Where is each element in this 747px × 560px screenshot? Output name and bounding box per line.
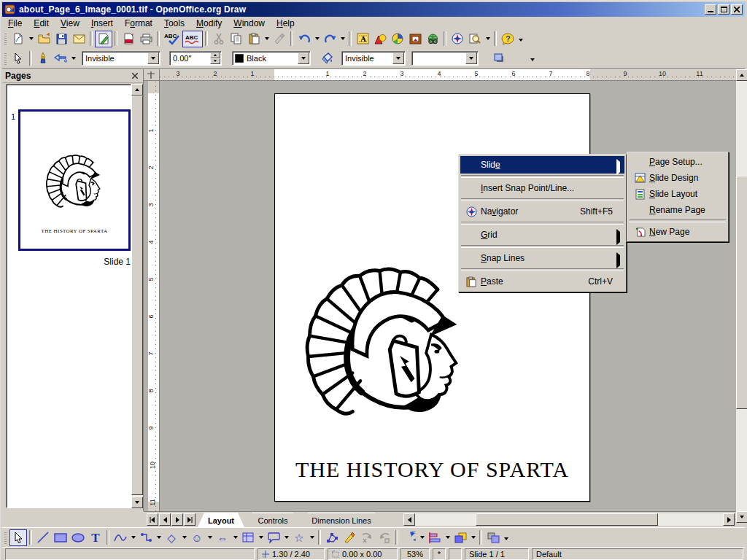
block-arrows-tool[interactable]: ⇔ — [214, 529, 231, 546]
stars-tool[interactable]: ☆ — [290, 529, 308, 546]
close-button[interactable] — [731, 4, 743, 15]
fill-style-combo[interactable]: Invisible — [341, 51, 406, 66]
drawing-viewport[interactable]: THE HISTORY OF SPARTA — [160, 81, 736, 511]
context-menu-item-grid[interactable]: Grid — [460, 226, 624, 244]
interaction-tool[interactable] — [376, 529, 393, 546]
new-document-dropdown[interactable] — [27, 31, 35, 47]
open-button[interactable] — [35, 31, 53, 47]
format-paintbrush-button[interactable] — [271, 31, 288, 47]
submenu-item-rename-page[interactable]: Rename Page — [629, 202, 727, 218]
submenu-item-slide-design[interactable]: Slide Design — [629, 170, 727, 186]
connector-tool[interactable] — [137, 529, 155, 546]
combo-dropdown-button[interactable] — [392, 52, 404, 64]
menu-help[interactable]: Help — [271, 18, 301, 29]
callouts-dropdown[interactable] — [282, 529, 290, 546]
text-tool[interactable]: T — [87, 529, 104, 546]
toolbar-grip[interactable] — [4, 531, 7, 544]
navigator-button[interactable] — [449, 31, 466, 47]
insert-chart-button[interactable] — [389, 31, 406, 47]
line-style-combo[interactable]: Invisible — [82, 51, 160, 66]
select-tool[interactable] — [9, 529, 27, 546]
zoom-button[interactable] — [466, 31, 484, 47]
stars-dropdown[interactable] — [308, 529, 316, 546]
area-fill-button[interactable] — [318, 50, 336, 66]
submenu-item-slide-layout[interactable]: Slide Layout — [629, 186, 727, 202]
rotate-dropdown[interactable] — [418, 529, 426, 546]
vertical-ruler[interactable]: 1 2 3 4 5 6 7 8 9 10 11 — [148, 81, 160, 511]
scroll-thumb[interactable] — [736, 176, 747, 409]
alignment-dropdown[interactable] — [444, 529, 452, 546]
save-button[interactable] — [53, 31, 70, 47]
callouts-tool[interactable] — [265, 529, 282, 546]
effects-tool[interactable] — [358, 529, 376, 546]
flowchart-dropdown[interactable] — [257, 529, 265, 546]
spellcheck-button[interactable]: ABC — [162, 31, 182, 47]
menu-edit[interactable]: Edit — [28, 18, 55, 29]
undo-dropdown[interactable] — [313, 31, 321, 47]
hscroll-thumb[interactable] — [476, 513, 658, 526]
print-button[interactable] — [137, 31, 155, 47]
line-tool[interactable] — [34, 529, 52, 546]
spartan-image[interactable] — [295, 228, 467, 417]
rotate-tool[interactable] — [400, 529, 418, 546]
new-document-button[interactable] — [9, 31, 27, 47]
context-menu-item-slide[interactable]: Slide — [460, 156, 624, 174]
toolbar-grip[interactable] — [4, 32, 7, 45]
scroll-down-button[interactable] — [736, 511, 747, 523]
line-width-spinner[interactable]: 0.00" — [169, 51, 222, 66]
pages-list[interactable]: 1 THE HISTORY OF SPARTA Slide 1 — [6, 84, 131, 508]
menu-insert[interactable]: Insert — [85, 18, 119, 29]
export-pdf-button[interactable] — [120, 31, 137, 47]
arrange-dropdown[interactable] — [469, 529, 477, 546]
title-bar[interactable]: about_Page_6_Image_0001.tif - OpenOffice… — [2, 2, 745, 17]
menu-file[interactable]: File — [2, 18, 28, 29]
menu-view[interactable]: View — [55, 18, 85, 29]
line-dialog-button[interactable] — [34, 50, 52, 66]
pages-scrollbar[interactable] — [131, 84, 143, 508]
combo-dropdown-button[interactable] — [147, 52, 159, 64]
menu-modify[interactable]: Modify — [190, 18, 228, 29]
horizontal-ruler[interactable]: 3 2 1 1 2 3 4 5 6 7 8 9 10 11 — [160, 69, 736, 81]
arrow-style-button[interactable] — [52, 50, 69, 66]
gallery-button[interactable] — [424, 31, 441, 47]
last-tab-button[interactable] — [184, 513, 196, 526]
help-button[interactable]: ? — [499, 31, 516, 47]
spin-down-button[interactable] — [210, 58, 220, 64]
block-arrows-dropdown[interactable] — [231, 529, 239, 546]
redo-dropdown[interactable] — [338, 31, 347, 47]
connector-dropdown[interactable] — [155, 529, 163, 546]
auto-spellcheck-button[interactable]: ABC — [182, 31, 203, 47]
combo-dropdown-button[interactable] — [465, 52, 477, 64]
toolbar-overflow[interactable] — [528, 51, 536, 68]
arrange-tool[interactable] — [452, 529, 469, 546]
edit-points-tool[interactable] — [323, 529, 341, 546]
flowchart-tool[interactable] — [239, 529, 257, 546]
menu-window[interactable]: Window — [228, 18, 271, 29]
copy-button[interactable] — [228, 31, 245, 47]
send-mail-button[interactable] — [70, 31, 88, 47]
toolbar-overflow[interactable] — [502, 530, 510, 547]
scroll-up-button[interactable] — [131, 84, 143, 96]
curve-tool[interactable] — [112, 529, 129, 546]
edit-file-button[interactable] — [95, 31, 112, 47]
symbol-shapes-dropdown[interactable] — [206, 529, 214, 546]
ruler-origin-box[interactable] — [144, 69, 160, 81]
edit-points-toggle[interactable] — [9, 50, 27, 66]
hscroll-left-button[interactable] — [403, 513, 415, 526]
prev-tab-button[interactable] — [159, 513, 171, 526]
menu-tools[interactable]: Tools — [158, 18, 190, 29]
first-tab-button[interactable] — [147, 513, 158, 526]
paste-dropdown[interactable] — [263, 31, 271, 47]
redo-button[interactable] — [321, 31, 338, 47]
tab-controls[interactable]: Controls — [246, 513, 300, 527]
scroll-up-button[interactable] — [736, 69, 747, 81]
combo-dropdown-button[interactable] — [298, 52, 309, 64]
toolbar-overflow[interactable] — [516, 31, 525, 48]
context-menu-item-paste[interactable]: Paste Ctrl+V — [460, 273, 624, 290]
ellipse-tool[interactable] — [69, 529, 87, 546]
cut-button[interactable] — [210, 31, 228, 47]
rectangle-tool[interactable] — [52, 529, 69, 546]
gallery-shapes-button[interactable] — [371, 31, 389, 47]
tab-layout[interactable]: Layout — [198, 513, 244, 527]
fontwork-button[interactable]: A — [354, 31, 371, 47]
